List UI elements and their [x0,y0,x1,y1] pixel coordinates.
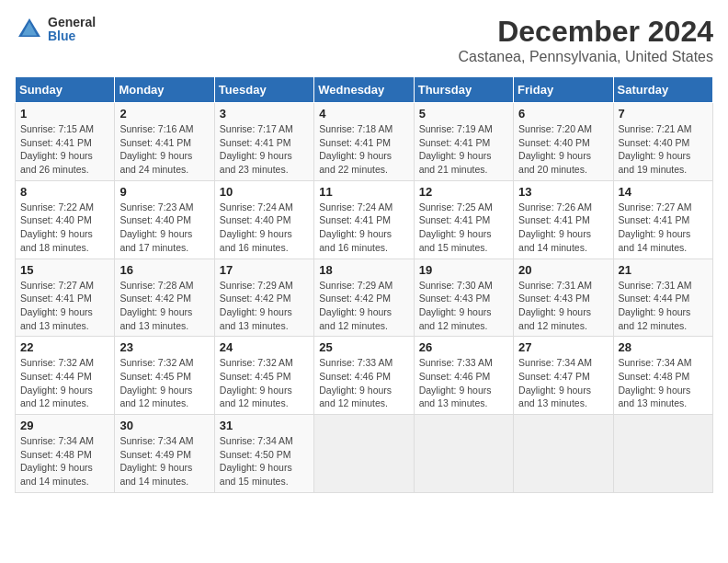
sunset-label: Sunset: 4:45 PM [220,371,291,382]
daylight-label: Daylight: 9 hours [518,228,591,239]
daylight-label: Daylight: 9 hours [619,385,691,396]
daylight-minutes: and 26 minutes. [20,164,89,175]
daylight-minutes: and 16 minutes. [220,242,289,253]
day-detail: Sunrise: 7:27 AM Sunset: 4:41 PM Dayligh… [619,201,708,255]
daylight-minutes: and 12 minutes. [319,397,388,408]
daylight-minutes: and 12 minutes. [220,397,289,408]
day-detail: Sunrise: 7:17 AM Sunset: 4:41 PM Dayligh… [220,122,309,177]
daylight-minutes: and 23 minutes. [220,164,289,175]
day-number: 1 [20,107,109,121]
calendar-cell [514,415,613,493]
calendar-cell: 22 Sunrise: 7:32 AM Sunset: 4:44 PM Dayl… [16,337,115,415]
daylight-minutes: and 16 minutes. [319,242,388,253]
sunrise-label: Sunrise: 7:32 AM [20,357,94,368]
calendar-header: SundayMondayTuesdayWednesdayThursdayFrid… [16,77,713,103]
daylight-label: Daylight: 9 hours [619,150,691,161]
daylight-label: Daylight: 9 hours [20,228,93,239]
sunrise-label: Sunrise: 7:21 AM [619,123,692,134]
sunrise-label: Sunrise: 7:29 AM [220,280,293,291]
day-detail: Sunrise: 7:22 AM Sunset: 4:40 PM Dayligh… [20,201,109,255]
daylight-label: Daylight: 9 hours [319,150,392,161]
day-number: 13 [518,185,608,199]
logo-blue-text: Blue [48,29,96,43]
sunset-label: Sunset: 4:41 PM [20,293,92,304]
sunrise-label: Sunrise: 7:32 AM [119,357,193,368]
daylight-label: Daylight: 9 hours [319,306,392,317]
calendar-week-2: 8 Sunrise: 7:22 AM Sunset: 4:40 PM Dayli… [16,180,713,259]
daylight-label: Daylight: 9 hours [220,462,292,473]
sunset-label: Sunset: 4:43 PM [518,293,590,304]
calendar-cell: 1 Sunrise: 7:15 AM Sunset: 4:41 PM Dayli… [16,103,115,181]
sunrise-label: Sunrise: 7:23 AM [119,201,193,213]
calendar-cell: 16 Sunrise: 7:28 AM Sunset: 4:42 PM Dayl… [115,259,214,337]
sunrise-label: Sunrise: 7:34 AM [20,435,94,446]
calendar-cell: 10 Sunrise: 7:24 AM Sunset: 4:40 PM Dayl… [214,180,313,259]
logo-general-text: General [48,16,96,29]
sunrise-label: Sunrise: 7:19 AM [419,123,493,134]
sunrise-label: Sunrise: 7:31 AM [518,280,592,291]
sunrise-label: Sunrise: 7:22 AM [20,201,94,213]
calendar-cell: 4 Sunrise: 7:18 AM Sunset: 4:41 PM Dayli… [314,103,414,181]
calendar-cell: 6 Sunrise: 7:20 AM Sunset: 4:40 PM Dayli… [514,103,613,181]
daylight-label: Daylight: 9 hours [619,306,691,317]
daylight-minutes: and 12 minutes. [319,320,388,331]
daylight-label: Daylight: 9 hours [119,228,192,239]
daylight-label: Daylight: 9 hours [419,306,492,317]
calendar-cell: 2 Sunrise: 7:16 AM Sunset: 4:41 PM Dayli… [115,103,214,181]
calendar-cell: 24 Sunrise: 7:32 AM Sunset: 4:45 PM Dayl… [214,337,313,415]
daylight-minutes: and 15 minutes. [419,242,488,253]
day-detail: Sunrise: 7:19 AM Sunset: 4:41 PM Dayligh… [419,122,508,177]
daylight-label: Daylight: 9 hours [119,150,192,161]
sunset-label: Sunset: 4:42 PM [220,293,291,304]
daylight-label: Daylight: 9 hours [119,385,192,396]
day-detail: Sunrise: 7:24 AM Sunset: 4:41 PM Dayligh… [319,201,408,255]
daylight-label: Daylight: 9 hours [20,306,93,317]
title-area: December 2024 Castanea, Pennsylvania, Un… [459,15,714,65]
day-number: 11 [319,185,408,199]
day-number: 10 [220,185,309,199]
day-detail: Sunrise: 7:24 AM Sunset: 4:40 PM Dayligh… [220,201,309,255]
day-number: 12 [419,185,508,199]
day-detail: Sunrise: 7:25 AM Sunset: 4:41 PM Dayligh… [419,201,508,255]
daylight-minutes: and 12 minutes. [419,320,488,331]
sunset-label: Sunset: 4:41 PM [319,137,391,148]
day-number: 24 [220,340,309,354]
sunset-label: Sunset: 4:42 PM [119,293,191,304]
daylight-minutes: and 14 minutes. [619,242,688,253]
sunrise-label: Sunrise: 7:32 AM [220,357,293,368]
day-detail: Sunrise: 7:32 AM Sunset: 4:44 PM Dayligh… [20,356,109,410]
calendar-body: 1 Sunrise: 7:15 AM Sunset: 4:41 PM Dayli… [16,103,713,493]
calendar-week-1: 1 Sunrise: 7:15 AM Sunset: 4:41 PM Dayli… [16,103,713,181]
day-number: 31 [220,419,309,432]
page-title: December 2024 [459,15,714,49]
calendar-cell: 3 Sunrise: 7:17 AM Sunset: 4:41 PM Dayli… [214,103,313,181]
day-of-week-wednesday: Wednesday [314,77,414,103]
daylight-minutes: and 14 minutes. [518,242,587,253]
daylight-minutes: and 24 minutes. [119,164,188,175]
calendar-cell: 7 Sunrise: 7:21 AM Sunset: 4:40 PM Dayli… [613,103,712,181]
sunset-label: Sunset: 4:41 PM [419,214,491,225]
day-of-week-sunday: Sunday [16,77,115,103]
day-number: 22 [20,340,109,354]
daylight-label: Daylight: 9 hours [518,150,591,161]
calendar-cell: 18 Sunrise: 7:29 AM Sunset: 4:42 PM Dayl… [314,259,414,337]
sunset-label: Sunset: 4:41 PM [220,137,291,148]
calendar-cell: 25 Sunrise: 7:33 AM Sunset: 4:46 PM Dayl… [314,337,414,415]
sunset-label: Sunset: 4:41 PM [20,137,92,148]
day-of-week-tuesday: Tuesday [214,77,313,103]
daylight-label: Daylight: 9 hours [419,150,492,161]
calendar-week-5: 29 Sunrise: 7:34 AM Sunset: 4:48 PM Dayl… [16,415,713,493]
day-number: 17 [220,263,309,277]
day-detail: Sunrise: 7:34 AM Sunset: 4:50 PM Dayligh… [220,434,309,488]
sunrise-label: Sunrise: 7:18 AM [319,123,392,134]
day-number: 28 [619,340,708,354]
daylight-label: Daylight: 9 hours [20,385,93,396]
day-number: 4 [319,107,408,121]
daylight-label: Daylight: 9 hours [220,150,292,161]
sunrise-label: Sunrise: 7:28 AM [119,280,193,291]
daylight-minutes: and 12 minutes. [619,320,688,331]
day-detail: Sunrise: 7:15 AM Sunset: 4:41 PM Dayligh… [20,122,109,177]
sunrise-label: Sunrise: 7:29 AM [319,280,392,291]
sunset-label: Sunset: 4:46 PM [419,371,491,382]
calendar-week-4: 22 Sunrise: 7:32 AM Sunset: 4:44 PM Dayl… [16,337,713,415]
